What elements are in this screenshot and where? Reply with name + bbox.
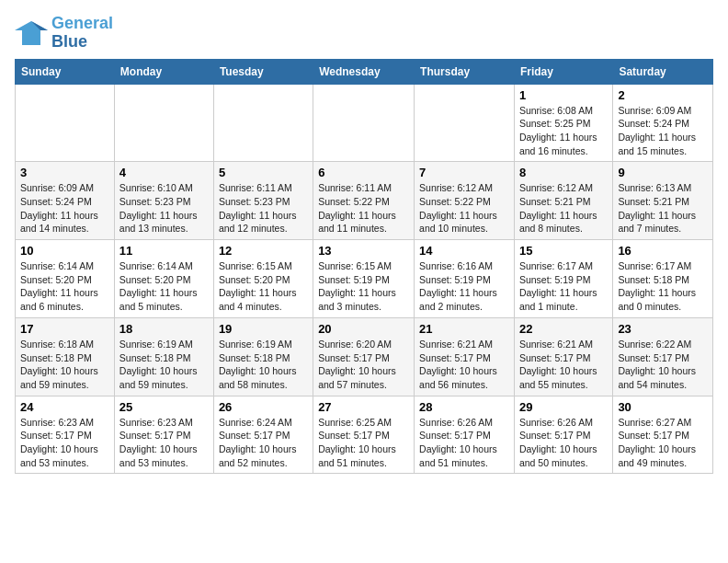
calendar-cell: 5Sunrise: 6:11 AM Sunset: 5:23 PM Daylig… (213, 162, 313, 240)
day-number: 21 (419, 322, 509, 336)
day-detail: Sunrise: 6:12 AM Sunset: 5:21 PM Dayligh… (519, 181, 608, 236)
calendar-cell: 26Sunrise: 6:24 AM Sunset: 5:17 PM Dayli… (213, 396, 313, 474)
day-number: 6 (318, 166, 409, 179)
day-detail: Sunrise: 6:13 AM Sunset: 5:21 PM Dayligh… (618, 181, 708, 236)
weekday-header-friday: Friday (514, 59, 612, 84)
day-number: 12 (219, 244, 308, 258)
weekday-header-saturday: Saturday (613, 59, 713, 84)
calendar-cell (16, 84, 115, 162)
calendar-cell: 25Sunrise: 6:23 AM Sunset: 5:17 PM Dayli… (114, 396, 213, 474)
day-number: 26 (219, 400, 308, 414)
calendar-cell: 28Sunrise: 6:26 AM Sunset: 5:17 PM Dayli… (415, 396, 515, 474)
calendar-cell: 13Sunrise: 6:15 AM Sunset: 5:19 PM Dayli… (313, 240, 415, 318)
day-detail: Sunrise: 6:21 AM Sunset: 5:17 PM Dayligh… (419, 338, 509, 392)
calendar-week-1: 1Sunrise: 6:08 AM Sunset: 5:25 PM Daylig… (16, 84, 713, 162)
day-detail: Sunrise: 6:17 AM Sunset: 5:18 PM Dayligh… (618, 259, 708, 314)
calendar-cell: 22Sunrise: 6:21 AM Sunset: 5:17 PM Dayli… (514, 317, 612, 396)
calendar-cell: 10Sunrise: 6:14 AM Sunset: 5:20 PM Dayli… (16, 240, 115, 318)
calendar-cell: 30Sunrise: 6:27 AM Sunset: 5:17 PM Dayli… (613, 396, 713, 474)
day-number: 30 (618, 400, 708, 414)
weekday-header-wednesday: Wednesday (313, 59, 415, 84)
day-detail: Sunrise: 6:26 AM Sunset: 5:17 PM Dayligh… (419, 416, 509, 470)
day-detail: Sunrise: 6:22 AM Sunset: 5:17 PM Dayligh… (618, 338, 708, 392)
day-number: 25 (119, 400, 209, 414)
day-number: 5 (219, 166, 308, 179)
calendar-cell: 15Sunrise: 6:17 AM Sunset: 5:19 PM Dayli… (514, 240, 612, 318)
weekday-header-sunday: Sunday (16, 59, 115, 84)
day-number: 17 (20, 322, 109, 336)
day-detail: Sunrise: 6:27 AM Sunset: 5:17 PM Dayligh… (618, 416, 708, 470)
day-detail: Sunrise: 6:19 AM Sunset: 5:18 PM Dayligh… (219, 338, 308, 392)
day-number: 4 (119, 166, 209, 179)
calendar-week-3: 10Sunrise: 6:14 AM Sunset: 5:20 PM Dayli… (16, 240, 713, 318)
day-detail: Sunrise: 6:10 AM Sunset: 5:23 PM Dayligh… (119, 181, 209, 236)
calendar-cell (213, 84, 313, 162)
calendar-cell: 17Sunrise: 6:18 AM Sunset: 5:18 PM Dayli… (16, 317, 115, 396)
calendar-cell: 8Sunrise: 6:12 AM Sunset: 5:21 PM Daylig… (514, 162, 612, 240)
day-number: 18 (119, 322, 209, 336)
calendar-cell: 20Sunrise: 6:20 AM Sunset: 5:17 PM Dayli… (313, 317, 415, 396)
calendar-cell: 23Sunrise: 6:22 AM Sunset: 5:17 PM Dayli… (613, 317, 713, 396)
calendar-week-4: 17Sunrise: 6:18 AM Sunset: 5:18 PM Dayli… (16, 317, 713, 396)
calendar-cell: 11Sunrise: 6:14 AM Sunset: 5:20 PM Dayli… (114, 240, 213, 318)
day-detail: Sunrise: 6:19 AM Sunset: 5:18 PM Dayligh… (119, 338, 209, 392)
calendar-cell: 4Sunrise: 6:10 AM Sunset: 5:23 PM Daylig… (114, 162, 213, 240)
day-detail: Sunrise: 6:23 AM Sunset: 5:17 PM Dayligh… (119, 416, 209, 470)
day-detail: Sunrise: 6:14 AM Sunset: 5:20 PM Dayligh… (20, 259, 109, 314)
calendar-cell: 21Sunrise: 6:21 AM Sunset: 5:17 PM Dayli… (415, 317, 515, 396)
day-detail: Sunrise: 6:08 AM Sunset: 5:25 PM Dayligh… (519, 104, 608, 158)
calendar-cell (114, 84, 213, 162)
calendar-cell: 3Sunrise: 6:09 AM Sunset: 5:24 PM Daylig… (16, 162, 115, 240)
day-number: 16 (618, 244, 708, 258)
calendar-cell: 12Sunrise: 6:15 AM Sunset: 5:20 PM Dayli… (213, 240, 313, 318)
day-detail: Sunrise: 6:09 AM Sunset: 5:24 PM Dayligh… (618, 104, 708, 158)
day-detail: Sunrise: 6:26 AM Sunset: 5:17 PM Dayligh… (519, 416, 608, 470)
day-number: 23 (618, 322, 708, 336)
calendar-week-2: 3Sunrise: 6:09 AM Sunset: 5:24 PM Daylig… (16, 162, 713, 240)
calendar-cell: 29Sunrise: 6:26 AM Sunset: 5:17 PM Dayli… (514, 396, 612, 474)
calendar-cell: 16Sunrise: 6:17 AM Sunset: 5:18 PM Dayli… (613, 240, 713, 318)
day-number: 20 (318, 322, 409, 336)
calendar-week-5: 24Sunrise: 6:23 AM Sunset: 5:17 PM Dayli… (16, 396, 713, 474)
calendar-cell (313, 84, 415, 162)
day-detail: Sunrise: 6:21 AM Sunset: 5:17 PM Dayligh… (519, 338, 608, 392)
logo: General Blue (15, 15, 113, 52)
calendar-cell: 2Sunrise: 6:09 AM Sunset: 5:24 PM Daylig… (613, 84, 713, 162)
calendar-cell (415, 84, 515, 162)
day-detail: Sunrise: 6:23 AM Sunset: 5:17 PM Dayligh… (20, 416, 109, 470)
calendar-cell: 27Sunrise: 6:25 AM Sunset: 5:17 PM Dayli… (313, 396, 415, 474)
day-detail: Sunrise: 6:25 AM Sunset: 5:17 PM Dayligh… (318, 416, 409, 470)
logo-text: General Blue (51, 15, 113, 52)
day-detail: Sunrise: 6:11 AM Sunset: 5:23 PM Dayligh… (219, 181, 308, 236)
day-detail: Sunrise: 6:15 AM Sunset: 5:19 PM Dayligh… (318, 259, 409, 314)
day-number: 9 (618, 166, 708, 179)
calendar-cell: 24Sunrise: 6:23 AM Sunset: 5:17 PM Dayli… (16, 396, 115, 474)
day-number: 29 (519, 400, 608, 414)
day-number: 7 (419, 166, 509, 179)
day-number: 19 (219, 322, 308, 336)
day-number: 2 (618, 88, 708, 102)
calendar-cell: 9Sunrise: 6:13 AM Sunset: 5:21 PM Daylig… (613, 162, 713, 240)
day-number: 8 (519, 166, 608, 179)
day-detail: Sunrise: 6:09 AM Sunset: 5:24 PM Dayligh… (20, 181, 109, 236)
day-detail: Sunrise: 6:24 AM Sunset: 5:17 PM Dayligh… (219, 416, 308, 470)
logo-icon (15, 19, 48, 47)
day-number: 28 (419, 400, 509, 414)
day-number: 10 (20, 244, 109, 258)
calendar-table: SundayMondayTuesdayWednesdayThursdayFrid… (15, 59, 713, 475)
weekday-header-monday: Monday (114, 59, 213, 84)
day-number: 11 (119, 244, 209, 258)
day-detail: Sunrise: 6:14 AM Sunset: 5:20 PM Dayligh… (119, 259, 209, 314)
day-number: 13 (318, 244, 409, 258)
calendar-cell: 1Sunrise: 6:08 AM Sunset: 5:25 PM Daylig… (514, 84, 612, 162)
calendar-cell: 14Sunrise: 6:16 AM Sunset: 5:19 PM Dayli… (415, 240, 515, 318)
day-number: 15 (519, 244, 608, 258)
day-number: 27 (318, 400, 409, 414)
weekday-header-tuesday: Tuesday (213, 59, 313, 84)
weekday-header-row: SundayMondayTuesdayWednesdayThursdayFrid… (16, 59, 713, 84)
day-detail: Sunrise: 6:15 AM Sunset: 5:20 PM Dayligh… (219, 259, 308, 314)
calendar-cell: 6Sunrise: 6:11 AM Sunset: 5:22 PM Daylig… (313, 162, 415, 240)
day-number: 1 (519, 88, 608, 102)
day-detail: Sunrise: 6:11 AM Sunset: 5:22 PM Dayligh… (318, 181, 409, 236)
day-number: 22 (519, 322, 608, 336)
